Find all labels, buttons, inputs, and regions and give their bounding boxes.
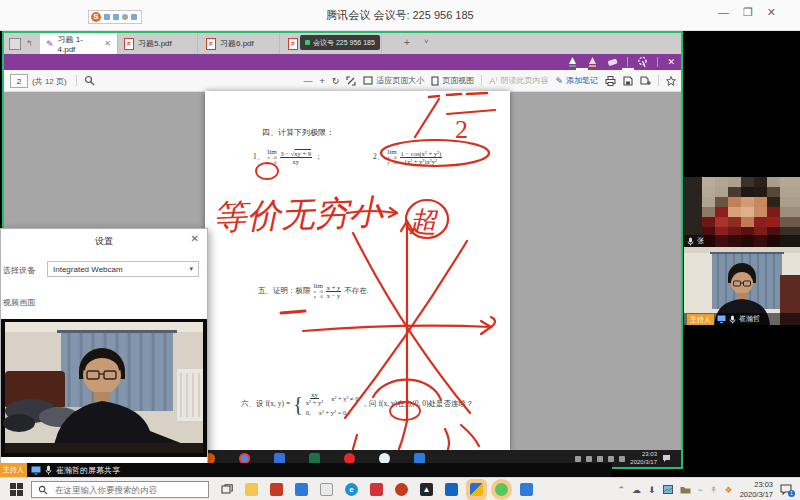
pdf-tab-bar: ↰ ✎ 习题 1-4.pdf ✕ P 习题5.pdf P 习题6.pdf P 会… — [4, 33, 681, 54]
snip-tool-icon[interactable] — [113, 14, 119, 20]
pdf-page[interactable]: 四、计算下列极限： 1、 limx→0y→0 3 − √xy + 9xy ； 2… — [205, 91, 510, 450]
minimize-button[interactable]: — — [718, 6, 743, 18]
tab-list-icon[interactable] — [9, 38, 21, 50]
pdf-toolbar: (共 12 页) — + ↻ 适应页面大小 页面视图 A⁾ — [4, 70, 681, 92]
tray-icon[interactable] — [597, 456, 603, 462]
photos-blue-icon[interactable] — [520, 483, 533, 496]
mic-icon — [687, 237, 694, 246]
network-icon[interactable]: ⌁ — [698, 485, 703, 495]
red-app-icon[interactable] — [395, 483, 408, 496]
security-shield-icon[interactable] — [470, 483, 483, 496]
floating-snip-toolbar[interactable]: S — [88, 10, 142, 24]
zoom-out-icon[interactable]: — — [303, 76, 312, 86]
meeting-status-pill[interactable]: 会议号 225 956 185 — [300, 35, 380, 50]
add-notes-button[interactable]: ✎ 添加笔记 — [555, 75, 598, 86]
restore-button[interactable]: ❐ — [743, 6, 767, 18]
red-ink-annotations: 2 等价无穷小 超 — [205, 91, 510, 450]
pen-green-icon[interactable] — [567, 56, 578, 68]
lasso-icon[interactable] — [637, 56, 648, 68]
mail-icon[interactable] — [295, 483, 308, 496]
office-red-icon[interactable] — [370, 483, 383, 496]
close-button[interactable]: ✕ — [767, 6, 790, 18]
snip-tool-icon[interactable] — [122, 14, 128, 20]
pin-icon[interactable] — [666, 76, 676, 86]
clock[interactable]: 23:03 2020/3/17 — [740, 480, 773, 499]
new-tab-button[interactable]: + — [404, 37, 410, 48]
eraser-icon[interactable] — [607, 57, 618, 68]
screen-share-icon — [717, 315, 726, 323]
onedrive-cloud-icon[interactable]: ☁ — [632, 485, 641, 495]
tab-close-icon[interactable]: ✕ — [104, 39, 111, 48]
outlook-icon[interactable] — [445, 483, 458, 496]
fit-page-button[interactable]: 适应页面大小 — [363, 75, 424, 86]
tray-icon[interactable] — [575, 456, 581, 462]
rotate-icon[interactable]: ↻ — [332, 76, 340, 86]
close-annotation-icon[interactable]: ✕ — [667, 57, 675, 67]
document-icon[interactable] — [320, 483, 333, 496]
fit-page-icon — [363, 76, 373, 85]
task-view-icon[interactable] — [221, 484, 233, 496]
read-aloud-button[interactable]: A⁾ 朗读此页内容 — [489, 75, 548, 86]
wechat-icon[interactable] — [495, 483, 508, 496]
back-icon[interactable]: ↰ — [26, 39, 33, 48]
camera-preview-feed — [1, 319, 207, 457]
start-button-icon[interactable] — [10, 483, 23, 496]
expand-icon[interactable] — [346, 76, 356, 86]
annotation-toolbar: ✕ — [4, 54, 681, 70]
local-taskbar: e ▲ ⌃ ☁ ⬇ ⌁ ↟ ❖ 23:03 2020/3/17 1 — [0, 477, 800, 500]
tab-dropdown-icon[interactable]: ˅ — [424, 37, 429, 46]
tab-label: 习题 1-4.pdf — [58, 34, 101, 54]
usb-icon[interactable]: ⬇ — [648, 485, 656, 495]
snip-tool-icon[interactable] — [104, 14, 110, 20]
tray-icon[interactable] — [586, 456, 592, 462]
tab-exercise-6[interactable]: P 习题6.pdf — [200, 33, 280, 54]
camera-preview — [1, 319, 207, 457]
image-tray-icon[interactable] — [663, 485, 673, 494]
tab-exercise-5[interactable]: P 习题5.pdf — [118, 33, 198, 54]
tray-icon[interactable] — [619, 456, 625, 462]
snip-tool-icon[interactable] — [131, 14, 137, 20]
ink-handwriting-end: 超 — [409, 206, 439, 237]
tray-icon[interactable] — [608, 456, 614, 462]
participant-video-2[interactable]: 主持人 崔瀚哲 — [684, 247, 800, 325]
camera-device-value: Integrated Webcam — [53, 265, 123, 274]
save-icon[interactable] — [623, 76, 633, 86]
page-view-button[interactable]: 页面视图 — [431, 75, 474, 86]
shared-clock[interactable]: 23:03 2020/3/17 — [630, 451, 657, 465]
mic-icon — [729, 315, 736, 324]
print-icon[interactable] — [605, 76, 616, 86]
edge-icon[interactable]: e — [345, 483, 358, 496]
pdf-file-icon: P — [206, 38, 216, 50]
pen-yellow-icon[interactable] — [587, 56, 598, 68]
tab-exercise-1-4[interactable]: ✎ 习题 1-4.pdf ✕ — [40, 33, 118, 54]
notification-icon[interactable] — [662, 454, 671, 463]
window-controls: —❐✕ — [718, 6, 790, 19]
divider — [76, 75, 77, 86]
camera-device-dropdown[interactable]: Integrated Webcam ▾ — [47, 261, 199, 277]
save-as-icon[interactable] — [640, 76, 651, 86]
store-icon[interactable] — [270, 483, 283, 496]
host-badge: 主持人 — [687, 314, 714, 325]
page-total-label: (共 12 页) — [32, 76, 67, 87]
notification-center-icon[interactable]: 1 — [780, 484, 792, 495]
taskbar-search-box[interactable] — [31, 481, 209, 498]
preview-label: 视频画面 — [3, 297, 35, 308]
zoom-in-icon[interactable]: + — [319, 76, 324, 86]
add-notes-pen-icon: ✎ — [555, 76, 563, 86]
system-tray: ⌃ ☁ ⬇ ⌁ ↟ ❖ 23:03 2020/3/17 1 — [617, 480, 800, 499]
green-dot-icon — [305, 40, 310, 45]
photos-dark-icon[interactable]: ▲ — [420, 483, 433, 496]
participant-video-1[interactable]: 张 — [684, 177, 800, 247]
settings-dialog: 设置 ✕ 选择设备 Integrated Webcam ▾ 视频画面 — [0, 228, 208, 464]
warning-icon[interactable]: ❖ — [725, 485, 733, 495]
settings-close-icon[interactable]: ✕ — [191, 233, 199, 244]
upload-icon[interactable]: ↟ — [710, 485, 718, 495]
divider — [627, 57, 628, 67]
search-icon[interactable] — [84, 75, 95, 86]
file-explorer-icon[interactable] — [245, 483, 258, 496]
search-input[interactable] — [53, 484, 197, 496]
read-aloud-icon: A⁾ — [489, 76, 497, 86]
folder-tray-icon[interactable] — [680, 486, 691, 494]
page-number-input[interactable] — [10, 74, 28, 88]
chevron-up-icon[interactable]: ⌃ — [617, 485, 625, 495]
